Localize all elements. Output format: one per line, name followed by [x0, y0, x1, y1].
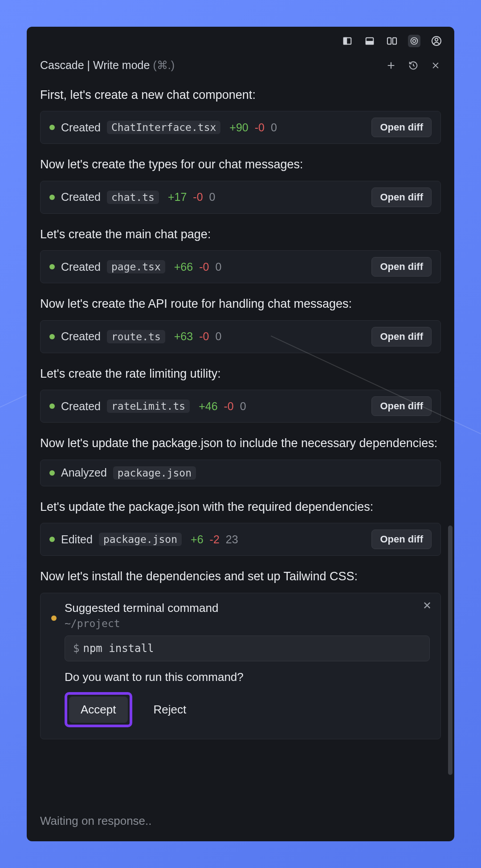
- accept-button[interactable]: Accept: [69, 697, 128, 723]
- svg-rect-5: [393, 38, 396, 45]
- file-chip[interactable]: page.tsx: [107, 260, 165, 273]
- diff-neutral: 0: [240, 400, 246, 413]
- open-diff-button[interactable]: Open diff: [371, 257, 432, 277]
- status-dot-icon: [49, 334, 55, 339]
- assistant-text: Now let's create the API route for handl…: [40, 296, 441, 312]
- file-change-card: Created chat.ts +17 -0 0 Open diff: [40, 181, 441, 214]
- status-dot-pending-icon: [51, 615, 57, 621]
- file-change-card: Created ChatInterface.tsx +90 -0 0 Open …: [40, 111, 441, 144]
- diff-neutral: 0: [215, 330, 221, 343]
- title-text: Cascade | Write mode: [40, 59, 150, 71]
- title-shortcut: (⌘.): [153, 59, 175, 71]
- cascade-panel: Cascade | Write mode (⌘.) First, let's c…: [27, 27, 454, 841]
- diff-deletions: -0: [199, 261, 209, 273]
- file-change-card: Created rateLimit.ts +46 -0 0 Open diff: [40, 390, 441, 423]
- diff-neutral: 0: [215, 261, 221, 273]
- diff-additions: +6: [191, 533, 204, 546]
- panel-split-icon[interactable]: [386, 35, 398, 47]
- command-text: npm install: [83, 642, 154, 655]
- terminal-suggestion-card: ✕ Suggested terminal command ~/project $…: [40, 593, 441, 739]
- terminal-question: Do you want to run this command?: [65, 670, 430, 684]
- reject-button[interactable]: Reject: [142, 692, 198, 727]
- assistant-text: Now let's install the dependencies and s…: [40, 568, 441, 584]
- diff-deletions: -0: [193, 191, 203, 204]
- file-change-card: Created page.tsx +66 -0 0 Open diff: [40, 250, 441, 283]
- diff-deletions: -0: [255, 121, 265, 134]
- panel-left-icon[interactable]: [341, 35, 354, 47]
- scrollbar-thumb[interactable]: [448, 526, 452, 775]
- file-chip[interactable]: ChatInterface.tsx: [107, 121, 220, 134]
- svg-rect-4: [387, 38, 391, 45]
- assistant-text: Now let's create the types for our chat …: [40, 156, 441, 172]
- plus-icon[interactable]: [386, 60, 396, 71]
- status-dot-icon: [49, 264, 55, 269]
- file-chip[interactable]: chat.ts: [107, 191, 159, 204]
- assistant-text: First, let's create a new chat component…: [40, 87, 441, 103]
- accept-highlight-box: Accept: [65, 692, 132, 727]
- diff-additions: +17: [168, 191, 187, 204]
- account-icon[interactable]: [430, 35, 443, 47]
- panel-header: Cascade | Write mode (⌘.): [27, 51, 454, 74]
- panel-title: Cascade | Write mode (⌘.): [40, 59, 175, 72]
- action-label: Created: [61, 191, 101, 204]
- diff-additions: +66: [174, 261, 193, 273]
- file-chip[interactable]: route.ts: [107, 330, 165, 343]
- close-icon[interactable]: ✕: [423, 600, 432, 611]
- open-diff-button[interactable]: Open diff: [371, 396, 432, 416]
- diff-neutral: 23: [226, 533, 238, 546]
- file-change-card: Analyzed package.json: [40, 460, 441, 486]
- diff-deletions: -2: [210, 533, 220, 546]
- open-diff-button[interactable]: Open diff: [371, 118, 432, 137]
- action-label: Created: [61, 261, 101, 273]
- diff-deletions: -0: [224, 400, 234, 413]
- action-label: Created: [61, 400, 101, 413]
- diff-neutral: 0: [209, 191, 216, 204]
- action-label: Analyzed: [61, 466, 107, 479]
- status-dot-icon: [49, 403, 55, 409]
- file-change-card: Edited package.json +6 -2 23 Open diff: [40, 523, 441, 556]
- svg-rect-3: [366, 41, 374, 44]
- assistant-text: Let's update the package.json with the r…: [40, 499, 441, 515]
- status-dot-icon: [49, 470, 55, 476]
- status-dot-icon: [49, 125, 55, 130]
- action-label: Created: [61, 330, 101, 343]
- assistant-text: Now let's update the package.json to inc…: [40, 435, 441, 451]
- svg-point-9: [435, 38, 438, 41]
- terminal-command[interactable]: $npm install: [65, 636, 430, 661]
- diff-deletions: -0: [199, 330, 209, 343]
- prompt-symbol: $: [73, 642, 79, 655]
- open-diff-button[interactable]: Open diff: [371, 327, 432, 346]
- history-icon[interactable]: [408, 60, 419, 71]
- close-icon[interactable]: [430, 60, 441, 71]
- open-diff-button[interactable]: Open diff: [371, 187, 432, 207]
- file-change-card: Created route.ts +63 -0 0 Open diff: [40, 320, 441, 353]
- action-label: Edited: [61, 533, 93, 546]
- action-label: Created: [61, 121, 101, 134]
- svg-rect-1: [344, 38, 346, 45]
- svg-point-6: [411, 38, 418, 45]
- svg-point-7: [413, 40, 416, 43]
- status-dot-icon: [49, 537, 55, 542]
- windsurf-logo-icon[interactable]: [408, 35, 420, 47]
- assistant-text: Let's create the main chat page:: [40, 226, 441, 242]
- open-diff-button[interactable]: Open diff: [371, 530, 432, 549]
- panel-bottom-icon[interactable]: [363, 35, 376, 47]
- chat-content: First, let's create a new chat component…: [27, 74, 454, 803]
- diff-neutral: 0: [271, 121, 277, 134]
- diff-additions: +46: [199, 400, 217, 413]
- terminal-title: Suggested terminal command: [65, 601, 430, 615]
- diff-additions: +63: [174, 330, 193, 343]
- terminal-path: ~/project: [65, 618, 430, 629]
- file-chip[interactable]: package.json: [113, 466, 196, 480]
- file-chip[interactable]: package.json: [99, 533, 182, 546]
- file-chip[interactable]: rateLimit.ts: [107, 399, 190, 413]
- assistant-text: Let's create the rate limiting utility:: [40, 366, 441, 382]
- status-dot-icon: [49, 195, 55, 200]
- top-toolbar: [27, 27, 454, 51]
- diff-additions: +90: [229, 121, 248, 134]
- status-footer: Waiting on response..: [27, 803, 454, 841]
